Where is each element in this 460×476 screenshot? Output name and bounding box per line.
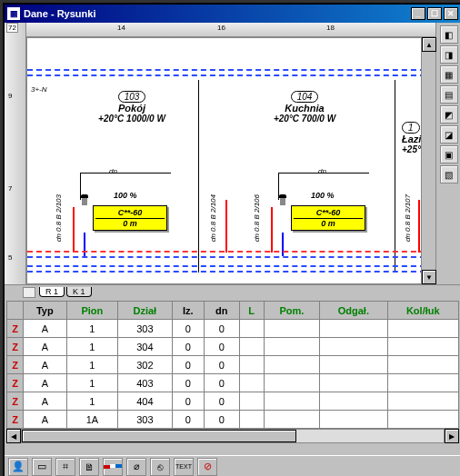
cell-pion[interactable]: 1 xyxy=(66,338,117,356)
vertical-scrollbar[interactable]: ▲ ▼ xyxy=(421,37,435,284)
cell-dzial[interactable]: 302 xyxy=(118,356,173,374)
tool-icon[interactable]: ▧ xyxy=(440,165,458,183)
cell-kol[interactable] xyxy=(387,356,459,374)
cell-kol[interactable] xyxy=(387,338,459,356)
tool-icon[interactable]: ◩ xyxy=(440,105,458,124)
cell-dn[interactable]: 0 xyxy=(205,338,240,356)
cell-pion[interactable]: 1 xyxy=(66,374,117,392)
tool-icon[interactable]: ▣ xyxy=(440,145,458,164)
cell-odgal[interactable] xyxy=(320,392,387,411)
sheet-tab[interactable]: K 1 xyxy=(66,287,92,297)
cell-dn[interactable]: 0 xyxy=(205,320,240,338)
cell-typ[interactable]: A xyxy=(24,411,67,429)
cell-odgal[interactable] xyxy=(320,320,387,338)
form-icon[interactable]: ▭ xyxy=(32,458,52,476)
table-row[interactable]: ZA1A30300 xyxy=(7,411,459,429)
col-pion[interactable]: Pion xyxy=(66,302,117,320)
cell-dzial[interactable]: 403 xyxy=(118,374,173,392)
cell-iz[interactable]: 0 xyxy=(172,320,204,338)
table-row[interactable]: ZA130200 xyxy=(7,356,459,374)
cell-dn[interactable]: 0 xyxy=(205,411,240,429)
cell-odgal[interactable] xyxy=(320,374,387,392)
scroll-left-button[interactable]: ◀ xyxy=(6,429,21,443)
cell-pom[interactable] xyxy=(264,411,320,429)
valve2-icon[interactable]: ⎋ xyxy=(150,458,170,476)
cell-iz[interactable]: 0 xyxy=(172,411,204,429)
scroll-right-button[interactable]: ▶ xyxy=(445,429,459,443)
table-row[interactable]: ZA130300 xyxy=(7,320,459,338)
scroll-thumb[interactable] xyxy=(22,430,296,442)
tool-icon[interactable]: ◪ xyxy=(440,125,458,144)
col-dn[interactable]: dn xyxy=(205,302,240,320)
scroll-track[interactable] xyxy=(21,429,445,443)
col-pom[interactable]: Pom. xyxy=(264,302,320,320)
cell-odgal[interactable] xyxy=(320,411,387,429)
cell-l[interactable] xyxy=(239,392,264,411)
sheet-tab-active[interactable]: R 1 xyxy=(39,287,65,297)
flag-icon[interactable] xyxy=(103,458,123,476)
tool-icon[interactable]: ▤ xyxy=(440,85,458,104)
doc-icon[interactable]: 🗎 xyxy=(79,458,99,476)
cell-dn[interactable]: 0 xyxy=(205,374,240,392)
radiator[interactable]: C**-60 0 m xyxy=(93,205,167,231)
cell-pom[interactable] xyxy=(264,356,320,374)
table[interactable]: Typ Pion Dział Iz. dn L Pom. Odgał. Kol/… xyxy=(6,301,459,429)
cell-pom[interactable] xyxy=(264,374,320,392)
cell-pion[interactable]: 1 xyxy=(66,320,117,338)
table-row[interactable]: ZA140400 xyxy=(7,392,459,411)
cell-iz[interactable]: 0 xyxy=(172,374,204,392)
cell-odgal[interactable] xyxy=(320,338,387,356)
tool-icon[interactable]: ▦ xyxy=(440,65,458,84)
cell-l[interactable] xyxy=(239,411,264,429)
cell-l[interactable] xyxy=(239,374,264,392)
cell-pion[interactable]: 1A xyxy=(66,411,117,429)
col-dzial[interactable]: Dział xyxy=(118,302,173,320)
cell-iz[interactable]: 0 xyxy=(172,356,204,374)
scroll-up-button[interactable]: ▲ xyxy=(422,37,436,52)
cell-dzial[interactable]: 404 xyxy=(118,392,173,411)
cell-pion[interactable]: 1 xyxy=(66,356,117,374)
cell-pom[interactable] xyxy=(264,338,320,356)
cell-l[interactable] xyxy=(239,338,264,356)
scroll-down-button[interactable]: ▼ xyxy=(422,270,436,284)
valve-icon[interactable]: ⌀ xyxy=(126,458,146,476)
cell-pion[interactable]: 1 xyxy=(66,392,117,411)
tool-icon[interactable]: ◨ xyxy=(440,45,458,64)
cell-pom[interactable] xyxy=(264,392,320,411)
cell-kol[interactable] xyxy=(387,411,459,429)
horizontal-scrollbar[interactable]: ◀ ▶ xyxy=(6,429,459,443)
cell-typ[interactable]: A xyxy=(24,392,67,411)
cell-pom[interactable] xyxy=(264,320,320,338)
stop-icon[interactable]: ⊘ xyxy=(197,458,217,476)
cell-dn[interactable]: 0 xyxy=(205,356,240,374)
cell-kol[interactable] xyxy=(387,392,459,411)
maximize-button[interactable]: ☐ xyxy=(427,7,442,20)
col-iz[interactable]: Iz. xyxy=(172,302,204,320)
cell-iz[interactable]: 0 xyxy=(172,392,204,411)
table-row[interactable]: ZA140300 xyxy=(7,374,459,392)
cell-kol[interactable] xyxy=(387,320,459,338)
cell-dzial[interactable]: 303 xyxy=(118,411,173,429)
calc-icon[interactable]: ⌗ xyxy=(55,458,75,476)
cell-odgal[interactable] xyxy=(320,356,387,374)
col-odgal[interactable]: Odgał. xyxy=(320,302,387,320)
cell-typ[interactable]: A xyxy=(24,356,67,374)
person-icon[interactable]: 👤 xyxy=(8,458,28,476)
col-l[interactable]: L xyxy=(239,302,264,320)
minimize-button[interactable]: _ xyxy=(411,7,425,20)
cell-kol[interactable] xyxy=(387,374,459,392)
tool-icon[interactable]: ◧ xyxy=(440,25,458,44)
cell-l[interactable] xyxy=(239,356,264,374)
cell-typ[interactable]: A xyxy=(24,320,67,338)
cell-typ[interactable]: A xyxy=(24,338,67,356)
close-button[interactable]: ✕ xyxy=(444,7,458,20)
drawing-canvas[interactable]: 3+-N 103 Pokój +20°C 1000/0 W 104 xyxy=(26,37,435,284)
cell-l[interactable] xyxy=(239,320,264,338)
cell-dzial[interactable]: 304 xyxy=(118,338,173,356)
radiator[interactable]: C**-60 0 m xyxy=(291,205,365,231)
cell-typ[interactable]: A xyxy=(24,374,67,392)
table-row[interactable]: ZA130400 xyxy=(7,338,459,356)
cell-dn[interactable]: 0 xyxy=(205,392,240,411)
col-typ[interactable]: Typ xyxy=(24,302,67,320)
cell-iz[interactable]: 0 xyxy=(172,338,204,356)
